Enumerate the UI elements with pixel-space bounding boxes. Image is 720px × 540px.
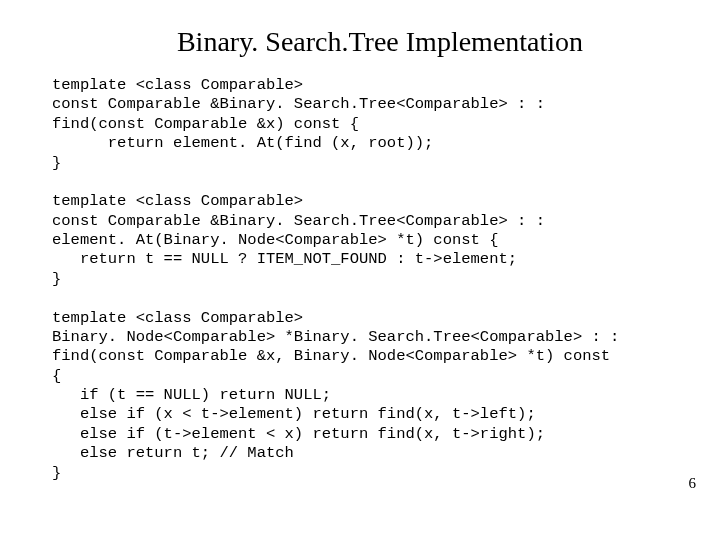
code-block: template <class Comparable> const Compar… [0, 58, 720, 483]
slide-title: Binary. Search.Tree Implementation [0, 0, 720, 58]
slide: Binary. Search.Tree Implementation templ… [0, 0, 720, 540]
page-number: 6 [689, 475, 697, 492]
